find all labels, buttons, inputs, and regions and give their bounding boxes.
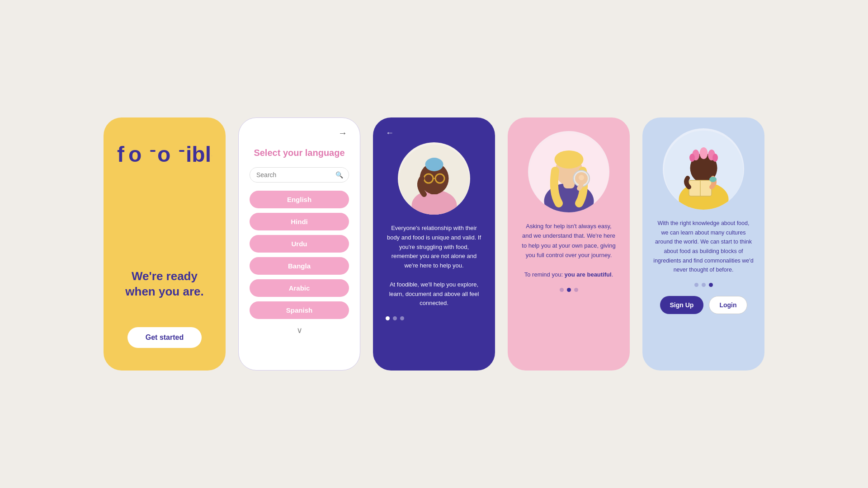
svg-text:ible: ible: [186, 142, 212, 166]
signup-button[interactable]: Sign Up: [660, 296, 704, 314]
svg-text:o: o: [157, 142, 170, 166]
screen-1-middle: We're ready when you are.: [117, 195, 212, 300]
get-started-button[interactable]: Get started: [127, 327, 202, 348]
search-icon: 🔍: [335, 171, 343, 178]
svg-point-27: [699, 147, 708, 159]
screen-onboarding-1: ←: [373, 117, 495, 371]
lang-hindi[interactable]: Hindi: [250, 213, 349, 230]
screen-onboarding-3: With the right knowledge about food, we …: [642, 117, 764, 371]
lang-bangla[interactable]: Bangla: [250, 257, 349, 275]
character-illustration-1: [128, 195, 201, 267]
avatar-circle-5: [663, 128, 744, 210]
character-container-4: [520, 131, 617, 221]
svg-point-21: [579, 175, 584, 180]
progress-dots-3: [386, 316, 404, 320]
dot-3: [574, 288, 578, 292]
screen-onboarding-2: Asking for help isn't always easy, and w…: [508, 117, 630, 371]
search-bar: 🔍: [250, 167, 349, 183]
welcome-tagline: We're ready when you are.: [117, 269, 212, 300]
next-arrow[interactable]: →: [338, 128, 347, 138]
dot-2: [393, 316, 397, 320]
svg-point-33: [709, 177, 717, 182]
screen-language-select: → Select your language 🔍 English Hindi U…: [238, 117, 360, 371]
svg-text:f: f: [117, 142, 125, 166]
avatar-svg-5: [664, 131, 743, 210]
lang-arabic[interactable]: Arabic: [250, 279, 349, 297]
dot-3: [709, 283, 713, 287]
onboarding-2-text: Asking for help isn't always easy, and w…: [520, 221, 617, 280]
dot-1: [560, 288, 564, 292]
avatar-circle-3: [398, 142, 470, 215]
lang-english[interactable]: English: [250, 191, 349, 208]
svg-rect-2: [150, 150, 156, 152]
avatar-circle-4: [528, 131, 609, 212]
dot-1: [386, 316, 390, 320]
svg-text:o: o: [128, 142, 142, 166]
svg-rect-4: [179, 150, 184, 152]
login-button[interactable]: Login: [709, 296, 747, 314]
lang-urdu[interactable]: Urdu: [250, 235, 349, 253]
svg-point-29: [689, 154, 695, 162]
auth-buttons: Sign Up Login: [653, 296, 754, 314]
more-languages-arrow[interactable]: ∨: [297, 325, 302, 335]
logo-svg: f o o ible: [117, 140, 212, 167]
svg-point-10: [425, 158, 443, 171]
search-input[interactable]: [256, 171, 335, 178]
dot-2: [567, 288, 571, 292]
progress-dots-5: [694, 283, 713, 287]
screen-welcome: f o o ible We're ready when you are. Get…: [104, 117, 226, 371]
dot-2: [702, 283, 706, 287]
svg-point-18: [554, 150, 583, 169]
dot-1: [694, 283, 698, 287]
svg-point-30: [712, 154, 718, 162]
character-container-3: [386, 142, 482, 224]
progress-dots-4: [560, 288, 578, 292]
dot-3: [400, 316, 404, 320]
back-arrow[interactable]: ←: [386, 128, 394, 138]
avatar-svg-4: [529, 133, 609, 212]
avatar-svg-3: [399, 145, 469, 215]
character-container-5: [653, 128, 754, 219]
onboarding-1-text: Everyone's relationship with their body …: [386, 224, 482, 308]
lang-spanish[interactable]: Spanish: [250, 301, 349, 319]
logo: f o o ible: [117, 140, 212, 167]
select-language-title: Select your language: [254, 148, 344, 158]
screens-container: f o o ible We're ready when you are. Get…: [104, 117, 764, 371]
onboarding-3-text: With the right knowledge about food, we …: [653, 219, 754, 275]
